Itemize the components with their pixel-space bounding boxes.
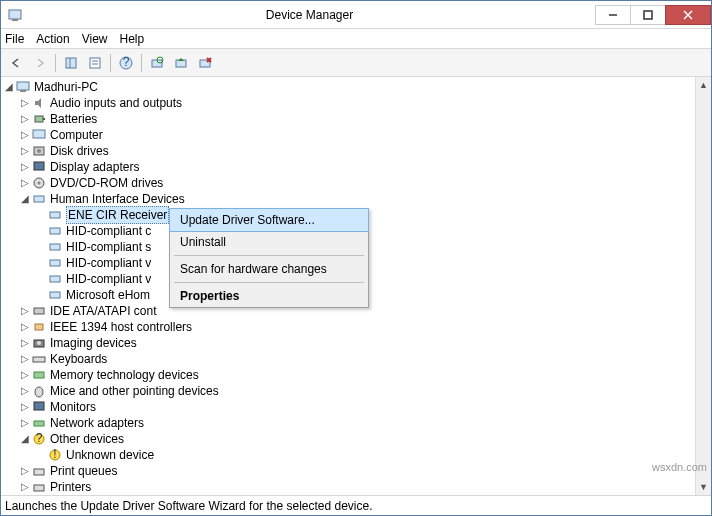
tree-item[interactable]: ◢Human Interface Devices (1, 191, 711, 207)
tree-root[interactable]: ◢ Madhuri-PC (1, 79, 711, 95)
network-icon (31, 415, 47, 431)
expand-icon[interactable]: ▷ (19, 319, 31, 335)
status-bar: Launches the Update Driver Software Wiza… (1, 495, 711, 515)
menu-action[interactable]: Action (36, 32, 69, 46)
titlebar: Device Manager (1, 1, 711, 29)
svg-point-42 (35, 387, 43, 397)
expand-icon[interactable]: ▷ (19, 335, 31, 351)
menu-help[interactable]: Help (120, 32, 145, 46)
imaging-icon (31, 335, 47, 351)
tree-item[interactable]: ▷Display adapters (1, 159, 711, 175)
svg-rect-41 (34, 372, 44, 378)
toolbar: ? (1, 49, 711, 77)
tree-item[interactable]: ▷Printers (1, 479, 711, 495)
expand-icon[interactable]: ▷ (19, 399, 31, 415)
expand-icon[interactable]: ▷ (19, 111, 31, 127)
svg-rect-36 (34, 308, 44, 314)
close-button[interactable] (665, 5, 711, 25)
ide-icon (31, 303, 47, 319)
context-properties[interactable]: Properties (170, 285, 368, 307)
svg-rect-35 (50, 292, 60, 298)
uninstall-button[interactable] (194, 52, 216, 74)
svg-rect-29 (34, 196, 44, 202)
collapse-icon[interactable]: ◢ (3, 79, 15, 95)
svg-rect-30 (50, 212, 60, 218)
tree-child[interactable]: !Unknown device (1, 447, 711, 463)
context-scan[interactable]: Scan for hardware changes (170, 258, 368, 280)
hid-icon (31, 191, 47, 207)
device-tree[interactable]: ◢ Madhuri-PC ▷Audio inputs and outputs ▷… (1, 77, 711, 495)
scroll-down-icon[interactable]: ▼ (696, 479, 711, 495)
update-driver-button[interactable] (170, 52, 192, 74)
context-update-driver[interactable]: Update Driver Software... (169, 208, 369, 232)
tree-item[interactable]: ▷Imaging devices (1, 335, 711, 351)
expand-icon[interactable]: ▷ (19, 415, 31, 431)
menubar: File Action View Help (1, 29, 711, 49)
scroll-up-icon[interactable]: ▲ (696, 77, 711, 93)
back-button[interactable] (5, 52, 27, 74)
disk-icon (31, 143, 47, 159)
tree-item[interactable]: ▷IEEE 1394 host controllers (1, 319, 711, 335)
hid-device-icon (47, 287, 63, 303)
expand-icon[interactable]: ▷ (19, 383, 31, 399)
svg-point-25 (37, 149, 41, 153)
tree-item[interactable]: ▷DVD/CD-ROM drives (1, 175, 711, 191)
tree-item[interactable]: ◢?Other devices (1, 431, 711, 447)
forward-button[interactable] (29, 52, 51, 74)
printer-icon (31, 479, 47, 495)
expand-icon[interactable]: ▷ (19, 143, 31, 159)
minimize-button[interactable] (595, 5, 631, 25)
expand-icon[interactable]: ▷ (19, 95, 31, 111)
expand-icon[interactable]: ▷ (19, 479, 31, 495)
svg-point-28 (38, 182, 41, 185)
watermark: wsxdn.com (652, 461, 707, 473)
tree-item[interactable]: ▷Batteries (1, 111, 711, 127)
help-button[interactable]: ? (115, 52, 137, 74)
toolbar-separator (110, 54, 111, 72)
svg-rect-0 (9, 10, 21, 19)
show-hide-console-button[interactable] (60, 52, 82, 74)
tree-item[interactable]: ▷Audio inputs and outputs (1, 95, 711, 111)
tree-item[interactable]: ▷Monitors (1, 399, 711, 415)
svg-rect-34 (50, 276, 60, 282)
scan-hardware-button[interactable] (146, 52, 168, 74)
properties-button[interactable] (84, 52, 106, 74)
maximize-button[interactable] (630, 5, 666, 25)
status-text: Launches the Update Driver Software Wiza… (5, 499, 373, 513)
context-menu: Update Driver Software... Uninstall Scan… (169, 208, 369, 308)
menu-file[interactable]: File (5, 32, 24, 46)
menu-view[interactable]: View (82, 32, 108, 46)
expand-icon[interactable]: ▷ (19, 303, 31, 319)
svg-text:?: ? (123, 56, 130, 69)
device-manager-window: Device Manager File Action View Help ? ◢… (0, 0, 712, 516)
expand-icon[interactable]: ▷ (19, 463, 31, 479)
tree-item[interactable]: ▷Mice and other pointing devices (1, 383, 711, 399)
tree-item[interactable]: ▷Network adapters (1, 415, 711, 431)
svg-rect-31 (50, 228, 60, 234)
collapse-icon[interactable]: ◢ (19, 191, 31, 207)
expand-icon[interactable]: ▷ (19, 367, 31, 383)
vertical-scrollbar[interactable]: ▲ ▼ (695, 77, 711, 495)
other-icon: ? (31, 431, 47, 447)
svg-rect-32 (50, 244, 60, 250)
tree-item[interactable]: ▷Computer (1, 127, 711, 143)
expand-icon[interactable]: ▷ (19, 127, 31, 143)
hid-device-icon (47, 271, 63, 287)
expand-icon[interactable]: ▷ (19, 159, 31, 175)
context-uninstall[interactable]: Uninstall (170, 231, 368, 253)
tree-item[interactable]: ▷Keyboards (1, 351, 711, 367)
expand-icon[interactable]: ▷ (19, 351, 31, 367)
svg-rect-20 (20, 90, 26, 92)
tree-item[interactable]: ▷Memory technology devices (1, 367, 711, 383)
tree-item[interactable]: ▷Print queues (1, 463, 711, 479)
expand-icon[interactable]: ▷ (19, 175, 31, 191)
toolbar-separator (141, 54, 142, 72)
svg-rect-6 (66, 58, 76, 68)
unknown-device-icon: ! (47, 447, 63, 463)
collapse-icon[interactable]: ◢ (19, 431, 31, 447)
monitor-icon (31, 399, 47, 415)
tree-item[interactable]: ▷Disk drives (1, 143, 711, 159)
svg-rect-37 (35, 324, 43, 330)
mouse-icon (31, 383, 47, 399)
app-icon (7, 7, 23, 23)
